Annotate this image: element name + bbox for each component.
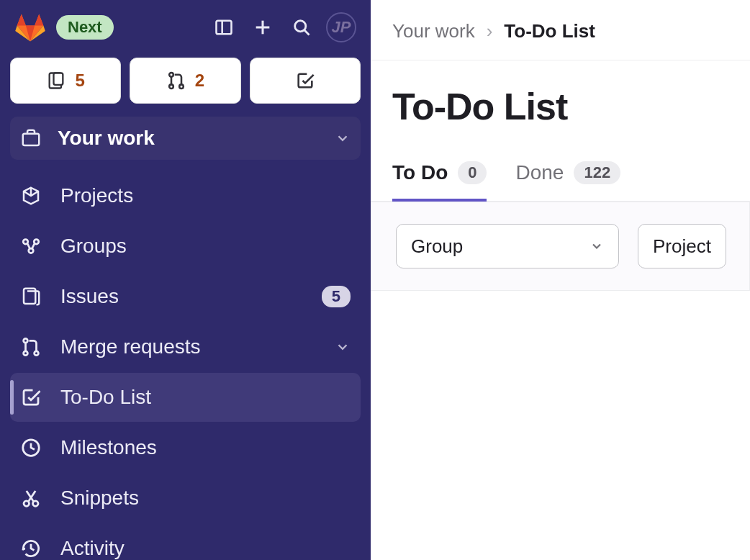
your-work-header[interactable]: Your work <box>10 117 361 160</box>
nav-item-issues[interactable]: Issues 5 <box>10 272 361 321</box>
breadcrumb-current: To-Do List <box>504 20 595 42</box>
group-icon <box>20 235 42 257</box>
todo-count-badge: 0 <box>458 161 487 184</box>
breadcrumb-parent[interactable]: Your work <box>392 20 475 42</box>
search-icon[interactable] <box>287 13 316 42</box>
svg-rect-11 <box>23 134 40 145</box>
nav-label: Snippets <box>60 487 351 510</box>
svg-point-10 <box>179 84 184 89</box>
tab-label: To Do <box>392 161 448 184</box>
project-icon <box>20 185 42 207</box>
svg-point-4 <box>295 21 306 32</box>
tab-done[interactable]: Done 122 <box>515 161 620 202</box>
tab-todo[interactable]: To Do 0 <box>392 161 487 202</box>
done-count-badge: 122 <box>574 161 620 184</box>
project-dropdown[interactable]: Project <box>638 224 726 268</box>
next-badge[interactable]: Next <box>56 15 114 40</box>
svg-point-8 <box>169 73 173 77</box>
breadcrumb: Your work › To-Do List <box>371 0 750 60</box>
your-work-label: Your work <box>58 127 319 150</box>
dropdown-label: Group <box>411 235 463 258</box>
nav-label: Merge requests <box>60 335 316 358</box>
gitlab-logo-icon[interactable] <box>14 12 46 43</box>
svg-point-9 <box>169 84 173 89</box>
nav-label: Groups <box>60 235 351 258</box>
main-content: Your work › To-Do List To-Do List To Do … <box>371 0 750 560</box>
svg-rect-0 <box>217 21 232 35</box>
sidebar: Next JP 5 2 Your work <box>0 0 371 560</box>
plus-icon[interactable] <box>248 13 277 42</box>
nav-label: Issues <box>60 285 303 308</box>
nav-item-todo[interactable]: To-Do List <box>10 373 361 422</box>
scissors-icon <box>20 487 42 509</box>
tabs: To Do 0 Done 122 <box>371 135 750 202</box>
chevron-down-icon <box>335 130 351 146</box>
nav-item-groups[interactable]: Groups <box>10 222 361 271</box>
breadcrumb-separator-icon: › <box>487 20 493 42</box>
merge-requests-stat-count: 2 <box>195 71 204 91</box>
briefcase-icon <box>20 127 42 149</box>
dropdown-label: Project <box>653 235 711 258</box>
group-dropdown[interactable]: Group <box>396 224 619 268</box>
todo-stat-card[interactable] <box>250 58 361 104</box>
issues-stat-card[interactable]: 5 <box>10 58 121 104</box>
issues-stat-count: 5 <box>75 71 84 91</box>
chevron-down-icon <box>335 339 351 355</box>
nav-item-activity[interactable]: Activity <box>10 524 361 560</box>
nav: Projects Groups Issues 5 Merge requests <box>10 171 361 560</box>
nav-label: Projects <box>60 184 351 207</box>
svg-point-12 <box>23 240 28 245</box>
stat-row: 5 2 <box>10 58 361 117</box>
nav-item-snippets[interactable]: Snippets <box>10 474 361 523</box>
svg-point-17 <box>24 351 28 356</box>
nav-item-merge-requests[interactable]: Merge requests <box>10 322 361 371</box>
page-title: To-Do List <box>371 60 750 135</box>
nav-label: To-Do List <box>60 386 351 409</box>
merge-requests-stat-card[interactable]: 2 <box>130 58 240 104</box>
sidebar-toggle-icon[interactable] <box>209 13 238 42</box>
svg-point-18 <box>35 351 39 356</box>
merge-request-icon <box>20 336 42 358</box>
issues-count-badge: 5 <box>322 286 351 307</box>
nav-item-milestones[interactable]: Milestones <box>10 423 361 472</box>
issues-icon <box>20 286 42 307</box>
clock-icon <box>20 437 42 459</box>
history-icon <box>20 538 42 559</box>
svg-rect-7 <box>54 73 63 85</box>
svg-line-5 <box>304 30 309 35</box>
nav-label: Activity <box>60 537 351 560</box>
topbar: Next JP <box>10 9 361 58</box>
svg-point-13 <box>34 240 39 245</box>
avatar[interactable]: JP <box>326 12 356 42</box>
tab-label: Done <box>515 161 564 184</box>
filter-bar: Group Project <box>371 202 750 291</box>
todo-icon <box>20 387 42 408</box>
nav-item-projects[interactable]: Projects <box>10 171 361 220</box>
nav-label: Milestones <box>60 436 351 459</box>
svg-point-16 <box>24 338 28 343</box>
chevron-down-icon <box>589 239 604 253</box>
